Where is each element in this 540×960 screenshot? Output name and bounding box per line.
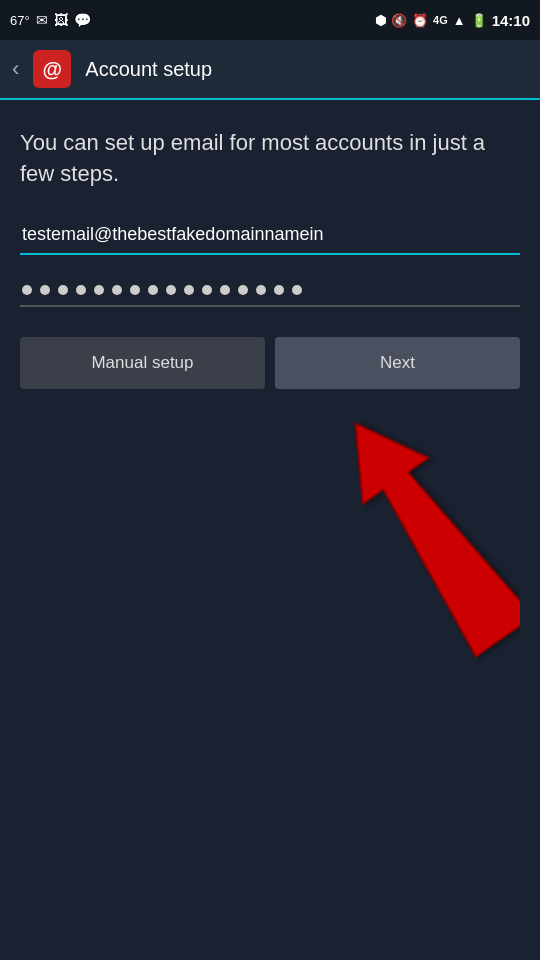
password-dot: [22, 285, 32, 295]
status-bar: 67° ✉ 🖼 💬 ⬢ 🔇 ⏰ 4G ▲ 🔋 14:10: [0, 0, 540, 40]
page-title: Account setup: [85, 58, 212, 81]
time: 14:10: [492, 12, 530, 29]
password-dot: [166, 285, 176, 295]
password-dot: [94, 285, 104, 295]
status-right: ⬢ 🔇 ⏰ 4G ▲ 🔋 14:10: [375, 12, 530, 29]
battery-icon: 🔋: [471, 13, 487, 28]
alarm-icon: ⏰: [412, 13, 428, 28]
password-dot: [202, 285, 212, 295]
temperature: 67°: [10, 13, 30, 28]
manual-setup-button[interactable]: Manual setup: [20, 337, 265, 389]
arrow-svg: [340, 390, 520, 670]
password-dot: [40, 285, 50, 295]
password-dot: [274, 285, 284, 295]
password-dot: [238, 285, 248, 295]
password-dot: [256, 285, 266, 295]
description-text: You can set up email for most accounts i…: [20, 128, 520, 190]
password-field[interactable]: [20, 277, 520, 307]
network-icon: 4G: [433, 14, 448, 26]
arrow-annotation: [340, 390, 520, 670]
signal-icon: ▲: [453, 13, 466, 28]
password-dot: [148, 285, 158, 295]
password-dot: [220, 285, 230, 295]
next-button[interactable]: Next: [275, 337, 520, 389]
svg-marker-0: [340, 401, 520, 660]
toolbar: ‹ @ Account setup: [0, 40, 540, 100]
mute-icon: 🔇: [391, 13, 407, 28]
password-dot: [76, 285, 86, 295]
chat-icon: 💬: [74, 12, 91, 28]
back-button[interactable]: ‹: [12, 56, 19, 82]
main-content: You can set up email for most accounts i…: [0, 100, 540, 409]
app-icon: @: [33, 50, 71, 88]
action-buttons: Manual setup Next: [20, 337, 520, 389]
password-dot: [112, 285, 122, 295]
email-input[interactable]: [20, 218, 520, 255]
bluetooth-icon: ⬢: [375, 13, 386, 28]
password-dot: [184, 285, 194, 295]
image-icon: 🖼: [54, 12, 68, 28]
password-dot: [58, 285, 68, 295]
password-dot: [130, 285, 140, 295]
status-left: 67° ✉ 🖼 💬: [10, 12, 91, 28]
password-dot: [292, 285, 302, 295]
gmail-icon: ✉: [36, 12, 48, 28]
